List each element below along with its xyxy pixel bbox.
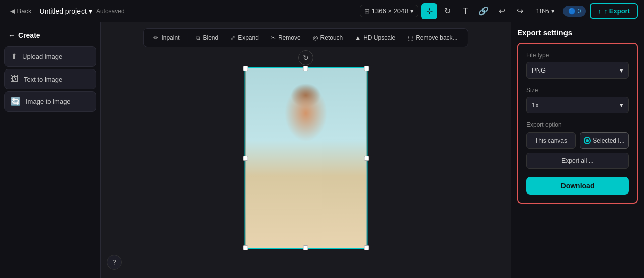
selected-label: Selected I... — [593, 137, 624, 144]
export-settings-title: Export settings — [511, 22, 644, 37]
svg-point-10 — [274, 190, 295, 205]
canvas-size-text: 1366 × 2048 — [372, 7, 409, 15]
blend-button[interactable]: ⧉ Blend — [191, 32, 223, 44]
edit-toolbar: ✏ Inpaint ⧉ Blend ⤢ Expand ✂ Remove ◎ Re… — [143, 28, 468, 47]
size-select[interactable]: 1x ▾ — [526, 97, 629, 113]
export-icon: ↑ — [598, 7, 601, 15]
radio-selected-icon — [584, 137, 591, 144]
inpaint-label: Inpaint — [161, 34, 179, 41]
inpaint-icon: ✏ — [153, 34, 158, 41]
export-option-field: Export option This canvas Selected I... … — [526, 121, 629, 169]
text-to-image-label: Text to image — [24, 76, 62, 83]
project-chevron-icon: ▾ — [89, 7, 92, 15]
remove-button[interactable]: ✂ Remove — [266, 32, 306, 44]
file-type-select[interactable]: PNG ▾ — [526, 62, 629, 79]
upload-icon: ⬆ — [11, 52, 17, 61]
export-label: ↑ Export — [604, 7, 630, 15]
export-button[interactable]: ↑ ↑ Export — [590, 3, 638, 19]
svg-rect-0 — [245, 69, 366, 247]
svg-point-14 — [303, 223, 308, 228]
expand-label: Expand — [238, 34, 259, 41]
select-tool-button[interactable]: ⊹ — [421, 3, 437, 19]
help-button[interactable]: ? — [107, 255, 122, 270]
credits-icon: 🔵 — [568, 8, 576, 15]
expand-button[interactable]: ⤢ Expand — [225, 32, 264, 44]
hd-upscale-label: HD Upscale — [363, 34, 395, 41]
handle-bottom-mid[interactable] — [303, 245, 308, 250]
retouch-label: Retouch — [320, 34, 343, 41]
file-type-chevron-icon: ▾ — [620, 66, 623, 74]
size-label: Size — [526, 87, 629, 94]
inpaint-button[interactable]: ✏ Inpaint — [148, 32, 184, 44]
refresh-wrapper: ↻ — [298, 50, 313, 65]
export-panel: Export settings File type PNG ▾ Size 1x … — [511, 22, 644, 278]
main-area: ← Create ⬆ Upload image 🖼 Text to image … — [0, 22, 644, 278]
blend-label: Blend — [203, 34, 218, 41]
handle-mid-right[interactable] — [364, 156, 369, 161]
handle-bottom-left[interactable] — [243, 245, 248, 250]
export-all-label: Export all ... — [561, 157, 593, 164]
export-all-row: Export all ... — [526, 153, 629, 169]
size-value: 1x — [532, 101, 539, 109]
text-tool-button[interactable]: T — [457, 3, 473, 19]
rotate-tool-button[interactable]: ↻ — [439, 3, 455, 19]
canvas-size-icon: ⊞ — [364, 7, 370, 15]
sidebar-title: ← Create — [4, 28, 96, 44]
canvas-size-selector[interactable]: ⊞ 1366 × 2048 ▾ — [360, 5, 419, 17]
canvas-size-chevron-icon: ▾ — [410, 7, 414, 15]
expand-icon: ⤢ — [230, 34, 235, 41]
hd-upscale-icon: ▲ — [355, 34, 361, 41]
handle-top-left[interactable] — [243, 66, 248, 71]
svg-point-8 — [276, 162, 284, 174]
topbar-tools: ⊹ ↻ T 🔗 ↩ ↪ — [421, 3, 528, 19]
sidebar-title-text: Create — [18, 31, 40, 39]
sidebar: ← Create ⬆ Upload image 🖼 Text to image … — [0, 22, 101, 278]
text-to-image-icon: 🖼 — [11, 75, 19, 84]
image-to-image-label: Image to image — [26, 98, 71, 105]
remove-back-button[interactable]: ⬚ Remove back... — [403, 32, 462, 44]
file-type-value: PNG — [532, 66, 546, 74]
file-type-field: File type PNG ▾ — [526, 52, 629, 79]
size-chevron-icon: ▾ — [620, 101, 623, 109]
retouch-button[interactable]: ◎ Retouch — [308, 32, 348, 44]
canvas-area[interactable]: ✏ Inpaint ⧉ Blend ⤢ Expand ✂ Remove ◎ Re… — [101, 22, 511, 278]
svg-point-7 — [309, 136, 334, 176]
remove-icon: ✂ — [271, 34, 276, 41]
zoom-control[interactable]: 18% ▾ — [532, 5, 558, 17]
back-label: ◀ Back — [10, 7, 32, 15]
sidebar-item-text-to-image[interactable]: 🖼 Text to image — [4, 69, 96, 89]
sidebar-item-upload[interactable]: ⬆ Upload image — [4, 46, 96, 67]
handle-bottom-right[interactable] — [364, 245, 369, 250]
canvas-image[interactable] — [244, 67, 367, 249]
handle-top-right[interactable] — [364, 66, 369, 71]
remove-back-label: Remove back... — [416, 34, 457, 41]
zoom-chevron-icon: ▾ — [551, 7, 555, 15]
back-button[interactable]: ◀ Back — [6, 5, 36, 17]
topbar-center: ⊞ 1366 × 2048 ▾ ⊹ ↻ T 🔗 ↩ ↪ — [360, 3, 528, 19]
link-tool-button[interactable]: 🔗 — [475, 3, 492, 19]
upload-label: Upload image — [22, 53, 62, 60]
portrait-svg — [245, 68, 366, 248]
image-content — [245, 68, 366, 248]
hd-upscale-button[interactable]: ▲ HD Upscale — [350, 32, 400, 44]
project-name[interactable]: Untitled project ▾ — [40, 7, 92, 15]
svg-rect-3 — [298, 183, 311, 207]
svg-point-6 — [275, 136, 304, 181]
refresh-button[interactable]: ↻ — [298, 50, 313, 65]
download-button[interactable]: Download — [526, 177, 629, 195]
sidebar-item-image-to-image[interactable]: 🔄 Image to image — [4, 91, 96, 112]
credits-count: 0 — [578, 8, 581, 15]
retouch-icon: ◎ — [313, 34, 318, 41]
redo-button[interactable]: ↪ — [512, 3, 528, 19]
undo-button[interactable]: ↩ — [494, 3, 510, 19]
download-label: Download — [561, 182, 595, 190]
export-settings-inner: File type PNG ▾ Size 1x ▾ Export option — [517, 43, 638, 204]
help-icon: ? — [112, 258, 116, 266]
handle-mid-left[interactable] — [243, 156, 248, 161]
this-canvas-option[interactable]: This canvas — [526, 132, 576, 149]
handle-top-mid[interactable] — [303, 66, 308, 71]
export-all-button[interactable]: Export all ... — [526, 153, 629, 169]
selected-option[interactable]: Selected I... — [580, 132, 629, 149]
credits-badge: 🔵 0 — [563, 6, 586, 17]
export-option-label: Export option — [526, 121, 629, 128]
